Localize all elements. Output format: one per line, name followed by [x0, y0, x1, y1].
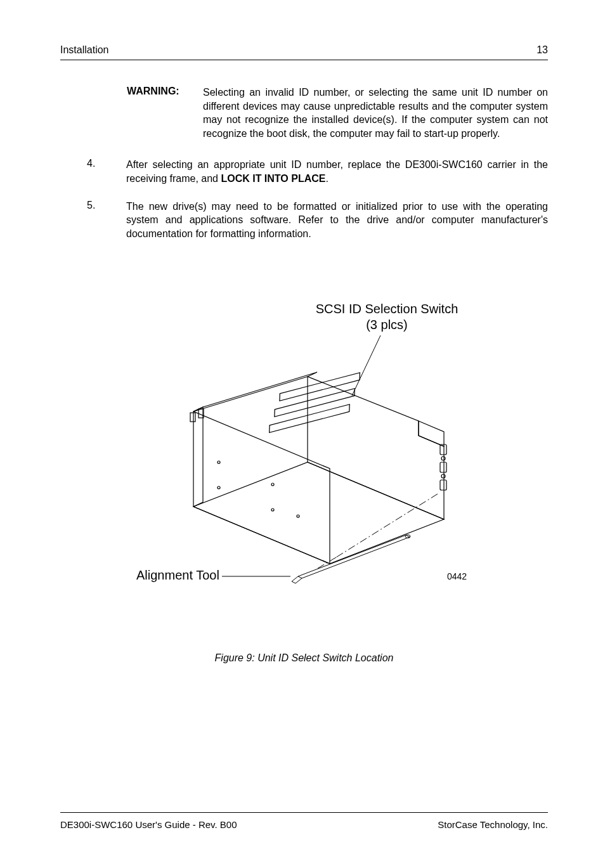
svg-rect-1	[279, 373, 360, 401]
svg-point-6	[218, 461, 220, 463]
scsi-id-illustration: SCSI ID Selection Switch (3 plcs)	[101, 297, 507, 595]
svg-rect-15	[440, 480, 446, 490]
item-text-before: The new drive(s) may need to be formatte…	[126, 201, 548, 239]
list-item-4: 4. After selecting an appropriate unit I…	[87, 158, 548, 185]
figure-caption: Figure 9: Unit ID Select Switch Location	[60, 652, 548, 664]
item-text-after: .	[325, 173, 328, 184]
list-text: The new drive(s) may need to be formatte…	[126, 200, 548, 241]
svg-point-9	[271, 508, 274, 511]
svg-point-8	[271, 483, 274, 486]
svg-rect-3	[269, 405, 349, 433]
list-number: 4.	[87, 158, 126, 185]
list-number: 5.	[87, 200, 126, 241]
footer-right: StorCase Technology, Inc.	[438, 819, 548, 830]
footer-left: DE300i-SWC160 User's Guide - Rev. B00	[60, 819, 237, 830]
list-item-5: 5. The new drive(s) may need to be forma…	[87, 200, 548, 241]
figure-label-scsi: SCSI ID Selection Switch	[315, 302, 458, 316]
svg-line-16	[336, 494, 438, 557]
figure-drawing-number: 0442	[447, 571, 467, 581]
warning-label: WARNING:	[127, 86, 203, 140]
warning-block: WARNING: Selecting an invalid ID number,…	[127, 86, 548, 140]
page-footer: DE300i-SWC160 User's Guide - Rev. B00 St…	[60, 812, 548, 830]
header-left: Installation	[60, 44, 109, 56]
svg-point-12	[441, 457, 445, 460]
svg-point-14	[441, 474, 445, 478]
page-header: Installation 13	[60, 44, 548, 60]
header-page-number: 13	[537, 44, 548, 56]
list-text: After selecting an appropriate unit ID n…	[126, 158, 548, 185]
svg-rect-13	[440, 462, 446, 472]
figure: SCSI ID Selection Switch (3 plcs)	[60, 297, 548, 664]
svg-point-7	[218, 486, 220, 489]
item-text-before: After selecting an appropriate unit ID n…	[126, 159, 548, 184]
item-bold: LOCK IT INTO PLACE	[221, 173, 325, 184]
svg-point-10	[297, 515, 299, 517]
svg-line-0	[352, 335, 381, 396]
svg-rect-4	[190, 413, 195, 422]
figure-label-plcs: (3 plcs)	[366, 318, 408, 332]
figure-label-alignment: Alignment Tool	[136, 568, 219, 582]
svg-rect-2	[274, 389, 355, 417]
warning-text: Selecting an invalid ID number, or selec…	[203, 86, 548, 140]
